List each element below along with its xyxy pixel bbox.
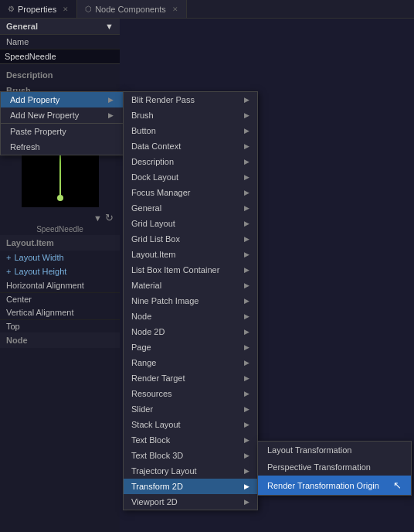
ctx3-render-transformation-origin[interactable]: Render Transformation Origin ↖ (258, 476, 411, 495)
ctx2-blit-render-pass-label: Blit Render Pass (131, 95, 195, 104)
ctx2-range-arrow: ▶ (244, 359, 249, 367)
tab-properties-close[interactable]: ✕ (63, 5, 69, 13)
horizontal-alignment-value[interactable]: Center (0, 293, 120, 305)
ctx2-node-arrow: ▶ (244, 312, 249, 320)
layout-width-row[interactable]: + Layout Width (0, 251, 120, 264)
ctx2-node-2d-label: Node 2D (131, 327, 165, 336)
general-collapse-icon[interactable]: ▼ (105, 22, 114, 31)
ctx1-add-new-property-label: Add New Property (10, 111, 79, 120)
needle-dot (57, 195, 63, 201)
ctx2-dock-layout[interactable]: Dock Layout ▶ (124, 169, 257, 185)
ctx2-grid-list-box[interactable]: Grid List Box ▶ (124, 231, 257, 247)
ctx2-page-arrow: ▶ (244, 343, 249, 351)
ctx2-data-context[interactable]: Data Context ▶ (124, 138, 257, 154)
node-components-icon: ⬡ (85, 5, 92, 13)
general-section-header: General ▼ (0, 19, 120, 35)
ctx2-node-label: Node (131, 312, 151, 321)
name-label: Name (0, 35, 120, 49)
ctx2-node-2d-arrow: ▶ (244, 328, 249, 336)
tab-node-components-label: Node Components (95, 5, 166, 14)
image-arrow-icon[interactable]: ▼ (93, 213, 102, 223)
ctx2-nine-patch-image-label: Nine Patch Image (131, 296, 199, 305)
ctx2-text-block-3d-label: Text Block 3D (131, 451, 183, 460)
ctx2-transform-2d[interactable]: Transform 2D ▶ (124, 479, 257, 494)
ctx2-node[interactable]: Node ▶ (124, 309, 257, 324)
ctx1-add-property[interactable]: Add Property ▶ (1, 92, 123, 107)
layout-width-label: Layout Width (14, 253, 63, 262)
layout-height-plus-icon: + (6, 267, 11, 276)
tab-properties[interactable]: ⚙ Properties ✕ (0, 0, 77, 18)
properties-icon: ⚙ (8, 5, 15, 13)
ctx2-material-label: Material (131, 281, 161, 290)
ctx2-blit-render-pass[interactable]: Blit Render Pass ▶ (124, 92, 257, 107)
image-refresh-icon[interactable]: ↻ (105, 212, 114, 223)
ctx2-layout-item[interactable]: Layout.Item ▶ (124, 247, 257, 262)
ctx2-brush-arrow: ▶ (244, 111, 249, 119)
ctx2-trajectory-layout-arrow: ▶ (244, 467, 249, 475)
ctx2-resources-label: Resources (131, 389, 172, 398)
ctx2-slider[interactable]: Slider ▶ (124, 401, 257, 417)
ctx2-render-target[interactable]: Render Target ▶ (124, 370, 257, 386)
ctx2-text-block[interactable]: Text Block ▶ (124, 432, 257, 448)
ctx2-dock-layout-label: Dock Layout (131, 172, 178, 182)
ctx3-layout-transformation[interactable]: Layout Transformation (258, 442, 411, 459)
ctx2-list-box-item-container-label: List Box Item Container (131, 265, 219, 275)
ctx2-brush[interactable]: Brush ▶ (124, 107, 257, 123)
ctx2-stack-layout[interactable]: Stack Layout ▶ (124, 417, 257, 432)
ctx2-nine-patch-image[interactable]: Nine Patch Image ▶ (124, 293, 257, 309)
ctx2-trajectory-layout[interactable]: Trajectory Layout ▶ (124, 463, 257, 479)
tab-node-components[interactable]: ⬡ Node Components ✕ (77, 0, 187, 18)
ctx2-dock-layout-arrow: ▶ (244, 173, 249, 181)
vertical-alignment-value[interactable]: Top (0, 320, 120, 332)
ctx2-stack-layout-arrow: ▶ (244, 421, 249, 428)
tab-node-components-close[interactable]: ✕ (172, 5, 178, 13)
ctx3-perspective-transformation-label: Perspective Transformation (267, 462, 371, 472)
ctx2-text-block-3d[interactable]: Text Block 3D ▶ (124, 448, 257, 463)
ctx2-button-label: Button (131, 126, 156, 135)
ctx2-transform-2d-label: Transform 2D (131, 482, 183, 491)
ctx2-page[interactable]: Page ▶ (124, 339, 257, 355)
ctx2-resources-arrow: ▶ (244, 390, 249, 397)
ctx1-paste-property-label: Paste Property (10, 127, 66, 136)
horizontal-alignment-label: Horizontal Alignment (0, 278, 120, 293)
name-value[interactable]: SpeedNeedle (0, 49, 120, 64)
ctx2-viewport-2d-label: Viewport 2D (131, 497, 178, 506)
ctx2-list-box-item-container[interactable]: List Box Item Container ▶ (124, 262, 257, 278)
ctx2-button-arrow: ▶ (244, 127, 249, 135)
ctx2-focus-manager[interactable]: Focus Manager ▶ (124, 185, 257, 200)
ctx2-grid-layout[interactable]: Grid Layout ▶ (124, 216, 257, 231)
ctx2-render-target-label: Render Target (131, 373, 185, 383)
context-menu-level2: Blit Render Pass ▶ Brush ▶ Button ▶ Data… (123, 91, 258, 510)
ctx2-general-label: General (131, 203, 161, 213)
general-label: General (6, 22, 38, 31)
layout-item-section: Layout.Item (0, 235, 120, 251)
ctx2-viewport-2d[interactable]: Viewport 2D ▶ (124, 494, 257, 510)
needle-line (59, 153, 61, 200)
ctx2-resources[interactable]: Resources ▶ (124, 386, 257, 401)
ctx2-data-context-arrow: ▶ (244, 142, 249, 150)
ctx3-perspective-transformation[interactable]: Perspective Transformation (258, 459, 411, 476)
ctx2-general-arrow: ▶ (244, 204, 249, 212)
ctx2-page-label: Page (131, 343, 151, 352)
layout-width-plus-icon: + (6, 253, 11, 262)
ctx2-general[interactable]: General ▶ (124, 200, 257, 216)
ctx1-add-property-label: Add Property (10, 95, 59, 104)
description-label: Description (0, 67, 120, 83)
ctx2-material[interactable]: Material ▶ (124, 278, 257, 293)
ctx1-refresh[interactable]: Refresh (1, 139, 123, 155)
ctx2-render-target-arrow: ▶ (244, 374, 249, 382)
ctx2-stack-layout-label: Stack Layout (131, 420, 181, 429)
ctx2-slider-arrow: ▶ (244, 405, 249, 413)
ctx2-button[interactable]: Button ▶ (124, 123, 257, 138)
ctx2-trajectory-layout-label: Trajectory Layout (131, 466, 197, 476)
ctx2-description[interactable]: Description ▶ (124, 154, 257, 169)
ctx3-layout-transformation-label: Layout Transformation (267, 445, 351, 455)
ctx1-add-new-property[interactable]: Add New Property ▶ (1, 107, 123, 124)
ctx1-paste-property[interactable]: Paste Property (1, 124, 123, 139)
ctx2-range[interactable]: Range ▶ (124, 355, 257, 370)
ctx2-range-label: Range (131, 358, 156, 367)
image-controls: ▼ ↻ (0, 210, 120, 225)
ctx2-node-2d[interactable]: Node 2D ▶ (124, 324, 257, 339)
ctx2-transform-2d-arrow: ▶ (244, 483, 249, 490)
layout-height-row[interactable]: + Layout Height (0, 264, 120, 278)
